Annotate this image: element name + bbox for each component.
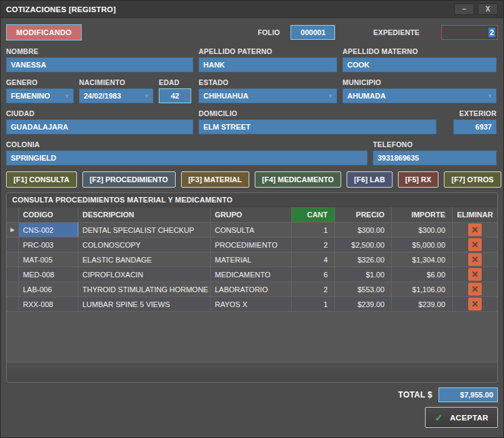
checkmark-icon: ✓ bbox=[434, 412, 443, 424]
grupo-cell: CONSULTA bbox=[211, 223, 292, 237]
grupo-cell: MEDICAMENTO bbox=[211, 267, 292, 281]
nombre-label: NOMBRE bbox=[6, 47, 193, 55]
cant-column-header[interactable]: CANT bbox=[292, 207, 335, 222]
name-fields-row: VANESSA HANK COOK bbox=[6, 57, 498, 72]
f5-rx-button[interactable]: [F5] RX bbox=[398, 171, 439, 188]
f2-procedimiento-button[interactable]: [F2] PROCEDIMIENTO bbox=[82, 171, 176, 188]
delete-row-button[interactable]: ✕ bbox=[468, 268, 482, 281]
exterior-input[interactable]: 6937 bbox=[453, 119, 497, 134]
table-row[interactable]: RXX-008 LUMBAR SPINE 5 VIEWS RAYOS X 1 $… bbox=[7, 297, 497, 312]
genero-select[interactable]: FEMENINO ▼ bbox=[6, 88, 74, 103]
municipio-select[interactable]: AHUMADA ▼ bbox=[343, 88, 497, 103]
domicilio-input[interactable]: ELM STREET bbox=[199, 119, 436, 134]
demo-labels-row: GENERO NACIMIENTO EDAD ESTADO MUNICIPIO bbox=[6, 78, 498, 86]
descripcion-cell: CIPROFLOXACIN bbox=[78, 267, 211, 281]
title-bar[interactable]: COTIZACIONES [REGISTRO] – X bbox=[1, 1, 503, 18]
delete-row-button[interactable]: ✕ bbox=[468, 298, 482, 310]
colonia-label: COLONIA bbox=[6, 140, 368, 148]
delete-row-button[interactable]: ✕ bbox=[468, 223, 482, 236]
chevron-down-icon: ▼ bbox=[144, 93, 149, 99]
importe-cell: $300.00 bbox=[392, 223, 453, 237]
importe-cell: $1,106.00 bbox=[392, 282, 453, 296]
apellido-paterno-input[interactable]: HANK bbox=[199, 57, 337, 72]
table-row[interactable]: MED-008 CIPROFLOXACIN MEDICAMENTO 6 $1.0… bbox=[7, 267, 497, 282]
eliminar-column-header[interactable]: ELIMINAR bbox=[453, 207, 497, 222]
nacimiento-datepicker[interactable]: 24/02/1983 ▼ bbox=[79, 88, 153, 103]
descripcion-column-header[interactable]: DESCRIPCION bbox=[78, 207, 211, 222]
total-row: TOTAL $ $7,955.00 bbox=[6, 387, 498, 402]
row-selector-cell bbox=[7, 238, 19, 252]
descripcion-cell: ELASTIC BANDAGE bbox=[78, 252, 211, 267]
table-row[interactable]: MAT-005 ELASTIC BANDAGE MATERIAL 4 $326.… bbox=[7, 252, 497, 267]
apellido-materno-input[interactable]: COOK bbox=[343, 57, 497, 72]
total-label: TOTAL $ bbox=[398, 390, 432, 400]
precio-cell: $326.00 bbox=[335, 252, 392, 267]
address-fields-row: GUADALAJARA ELM STREET 6937 bbox=[6, 119, 498, 134]
table-row[interactable]: ▶ CNS-002 DENTAL SPECIALIST CHECKUP CONS… bbox=[7, 223, 497, 238]
f4-medicamento-button[interactable]: [F4] MEDICAMENTO bbox=[255, 171, 341, 188]
grid-empty-area bbox=[7, 312, 497, 362]
table-row[interactable]: PRC-003 COLONOSCOPY PROCEDIMIENTO 2 $2,5… bbox=[7, 238, 497, 252]
grid-footer-strip bbox=[7, 362, 497, 382]
precio-cell: $2,500.00 bbox=[335, 238, 392, 252]
descripcion-cell: COLONOSCOPY bbox=[78, 238, 211, 252]
table-row[interactable]: LAB-006 THYROID STIMULATING HORMONE (TSH… bbox=[7, 282, 497, 297]
delete-row-button[interactable]: ✕ bbox=[468, 253, 482, 266]
importe-cell: $239.00 bbox=[392, 297, 453, 311]
importe-column-header[interactable]: IMPORTE bbox=[392, 207, 453, 222]
chevron-down-icon: ▼ bbox=[64, 93, 70, 99]
cant-cell: 2 bbox=[292, 282, 335, 296]
expediente-input[interactable]: 2 bbox=[441, 25, 498, 40]
f7-otros-button[interactable]: [F7] OTROS bbox=[444, 171, 501, 188]
precio-cell: $1.00 bbox=[335, 267, 392, 281]
chevron-down-icon: ▼ bbox=[487, 93, 493, 99]
codigo-cell: MED-008 bbox=[19, 267, 78, 281]
cant-cell: 6 bbox=[292, 267, 335, 281]
window-controls: – X bbox=[454, 3, 498, 15]
ciudad-input[interactable]: GUADALAJARA bbox=[6, 119, 193, 134]
close-button[interactable]: X bbox=[478, 3, 498, 15]
colonia-fields-row: SPRINGIELD 3931869635 bbox=[6, 150, 498, 165]
codigo-cell: LAB-006 bbox=[19, 282, 78, 296]
demo-fields-row: FEMENINO ▼ 24/02/1983 ▼ 42 CHIHUAHUA ▼ A… bbox=[6, 88, 498, 103]
cant-cell: 1 bbox=[292, 297, 335, 311]
codigo-cell: MAT-005 bbox=[19, 252, 78, 267]
edad-field[interactable]: 42 bbox=[159, 88, 191, 103]
descripcion-cell: LUMBAR SPINE 5 VIEWS bbox=[78, 297, 211, 311]
codigo-cell: PRC-003 bbox=[19, 238, 78, 252]
delete-row-button[interactable]: ✕ bbox=[468, 238, 482, 251]
f6-lab-button[interactable]: [F6] LAB bbox=[347, 171, 393, 188]
estado-label: ESTADO bbox=[199, 78, 337, 86]
accept-row: ✓ ACEPTAR bbox=[6, 407, 498, 428]
estado-value: CHIHUAHUA bbox=[203, 92, 249, 100]
grupo-column-header[interactable]: GRUPO bbox=[211, 207, 292, 222]
chevron-down-icon: ▼ bbox=[328, 93, 333, 99]
row-selector-cell bbox=[7, 282, 19, 296]
header-row: MODIFICANDO FOLIO 000001 EXPEDIENTE 2 bbox=[6, 24, 498, 41]
category-buttons-row: [F1] CONSULTA [F2] PROCEDIMIENTO [F3] MA… bbox=[6, 171, 498, 188]
estado-select[interactable]: CHIHUAHUA ▼ bbox=[199, 88, 337, 103]
colonia-input[interactable]: SPRINGIELD bbox=[6, 150, 368, 165]
codigo-cell: RXX-008 bbox=[19, 297, 78, 311]
precio-column-header[interactable]: PRECIO bbox=[335, 207, 392, 222]
items-panel-title: CONSULTA PROCEDIMIENTOS MATERIAL Y MEDIC… bbox=[7, 193, 497, 207]
cotizaciones-window: COTIZACIONES [REGISTRO] – X MODIFICANDO … bbox=[0, 0, 504, 438]
f1-consulta-button[interactable]: [F1] CONSULTA bbox=[6, 171, 77, 188]
items-panel: CONSULTA PROCEDIMIENTOS MATERIAL Y MEDIC… bbox=[6, 192, 498, 383]
row-selector-cell bbox=[7, 267, 19, 281]
apellido-materno-label: APELLIDO MATERNO bbox=[343, 47, 497, 55]
modificando-button[interactable]: MODIFICANDO bbox=[6, 24, 82, 40]
codigo-column-header[interactable]: CODIGO bbox=[19, 207, 78, 222]
grid-header-row: CODIGO DESCRIPCION GRUPO CANT PRECIO IMP… bbox=[7, 207, 497, 223]
importe-cell: $5,000.00 bbox=[392, 238, 453, 252]
minimize-button[interactable]: – bbox=[454, 3, 474, 15]
nombre-input[interactable]: VANESSA bbox=[6, 57, 193, 72]
delete-row-button[interactable]: ✕ bbox=[468, 283, 482, 296]
f3-material-button[interactable]: [F3] MATERIAL bbox=[181, 171, 249, 188]
exterior-label: EXTERIOR bbox=[453, 109, 497, 117]
telefono-input[interactable]: 3931869635 bbox=[373, 150, 497, 165]
aceptar-button[interactable]: ✓ ACEPTAR bbox=[425, 407, 498, 428]
descripcion-cell: DENTAL SPECIALIST CHECKUP bbox=[78, 223, 211, 237]
edad-label: EDAD bbox=[159, 78, 191, 86]
folio-field[interactable]: 000001 bbox=[291, 25, 335, 40]
